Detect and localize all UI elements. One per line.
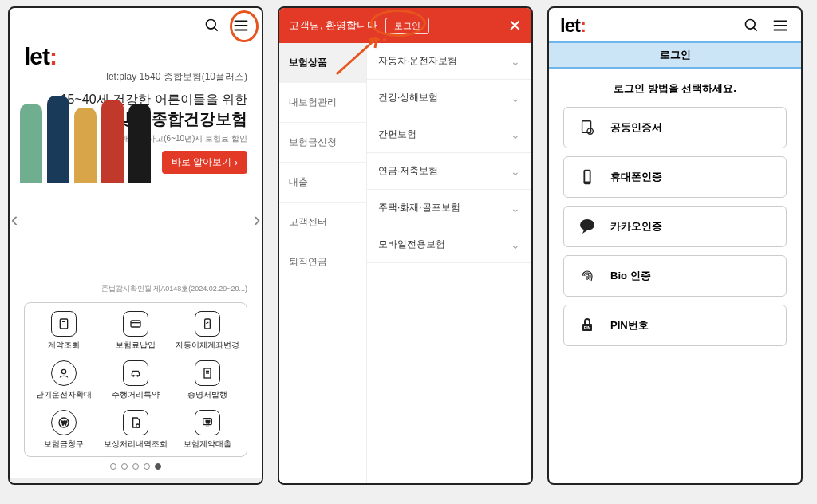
quick-item-claim[interactable]: ₩보험금청구 xyxy=(28,410,100,450)
menu-row-mobile[interactable]: 모바일전용보험⌄ xyxy=(367,226,531,263)
dot[interactable] xyxy=(110,463,116,470)
dot-active[interactable] xyxy=(155,463,161,470)
menu-list: 자동차·운전자보험⌄ 건강·상해보험⌄ 간편보험⌄ 연금·저축보험⌄ 주택·화재… xyxy=(367,43,531,483)
svg-line-1 xyxy=(215,28,218,31)
svg-point-0 xyxy=(207,20,216,30)
quick-label: 자동이체계좌변경 xyxy=(176,340,239,351)
quick-label: 보험계약대출 xyxy=(184,439,231,450)
carousel-prev-button[interactable]: ‹ xyxy=(8,207,21,231)
login-header: let: xyxy=(549,8,801,37)
svg-rect-9 xyxy=(205,319,211,329)
document-icon xyxy=(51,311,77,337)
login-method-bio[interactable]: Bio 인증 xyxy=(563,255,787,297)
chevron-down-icon: ⌄ xyxy=(511,92,520,104)
dot[interactable] xyxy=(144,463,150,470)
quick-item-autodebit[interactable]: 자동이체계좌변경 xyxy=(172,311,243,351)
sidebar-item-claim[interactable]: 보험금신청 xyxy=(279,123,366,163)
quick-item-mileage[interactable]: 주행거리특약 xyxy=(100,360,172,400)
receipt-icon xyxy=(195,360,220,386)
card-icon xyxy=(123,311,148,337)
sidebar-item-pension[interactable]: 퇴직연금 xyxy=(279,242,366,282)
quick-label: 주행거리특약 xyxy=(112,389,160,400)
file-plus-icon xyxy=(123,410,148,435)
chevron-down-icon: ⌄ xyxy=(511,128,520,141)
monitor-won-icon: ₩ xyxy=(195,410,220,435)
quick-label: 보험료납입 xyxy=(116,340,156,351)
chevron-down-icon: ⌄ xyxy=(511,238,520,251)
brand-colon: : xyxy=(49,43,57,69)
brand-colon: : xyxy=(580,14,586,36)
menu-row-home[interactable]: 주택·화재·골프보험⌄ xyxy=(367,190,531,226)
svg-point-18 xyxy=(136,424,140,427)
chevron-down-icon: ⌄ xyxy=(511,165,520,178)
svg-rect-27 xyxy=(582,121,591,133)
hero-cta-label: 바로 알아보기 xyxy=(172,156,231,169)
quick-item-cert[interactable]: 증명서발행 xyxy=(172,360,243,400)
svg-point-12 xyxy=(137,376,138,376)
quick-menu-grid: 계약조회 보험료납입 자동이체계좌변경 단기운전자확대 주행거리특약 증명서발행… xyxy=(24,302,247,457)
svg-text:₩: ₩ xyxy=(61,420,67,426)
login-method-list: 공동인증서 휴대폰인증 카카오인증 Bio 인증 PIN PIN번호 xyxy=(549,107,801,346)
svg-point-28 xyxy=(587,128,593,134)
menu-row-label: 간편보험 xyxy=(378,128,416,141)
dot[interactable] xyxy=(132,463,139,470)
quick-label: 계약조회 xyxy=(48,340,80,351)
svg-rect-30 xyxy=(585,171,590,182)
menu-sidebar: 보험상품 내보험관리 보험금신청 대출 고객센터 퇴직연금 xyxy=(279,43,367,483)
sidebar-item-cs[interactable]: 고객센터 xyxy=(279,203,366,242)
menu-row-health[interactable]: 건강·상해보험⌄ xyxy=(367,80,531,116)
car-icon xyxy=(123,360,148,386)
hero-cta-button[interactable]: 바로 알아보기 › xyxy=(162,151,247,174)
dot[interactable] xyxy=(121,463,128,470)
sidebar-item-myinsurance[interactable]: 내보험관리 xyxy=(279,83,366,123)
quick-item-contract[interactable]: 계약조회 xyxy=(28,311,100,351)
svg-point-11 xyxy=(133,376,134,376)
chat-bubble-icon xyxy=(577,216,598,237)
menu-row-label: 건강·상해보험 xyxy=(378,91,438,104)
search-icon[interactable] xyxy=(742,16,761,35)
login-method-kakao[interactable]: 카카오인증 xyxy=(563,206,787,247)
quick-label: 보험금청구 xyxy=(44,439,84,450)
quick-item-loan[interactable]: ₩보험계약대출 xyxy=(172,410,243,450)
menu-row-label: 모바일전용보험 xyxy=(378,238,445,251)
svg-text:₩: ₩ xyxy=(206,419,210,424)
svg-point-31 xyxy=(580,219,594,230)
login-method-label: Bio 인증 xyxy=(610,269,651,283)
won-icon: ₩ xyxy=(51,410,77,435)
svg-text:PIN: PIN xyxy=(584,325,591,330)
login-method-cert[interactable]: 공동인증서 xyxy=(563,107,787,148)
hamburger-menu-icon[interactable] xyxy=(771,16,790,35)
menu-row-simple[interactable]: 간편보험⌄ xyxy=(367,116,531,153)
hero-banner: 15~40세 건강한 어른이들을 위한 맞춤 종합건강보험 매년 무사고(6~1… xyxy=(10,89,262,180)
login-method-phone[interactable]: 휴대폰인증 xyxy=(563,156,787,198)
annotation-dots xyxy=(370,38,386,41)
screen-login: let: 로그인 로그인 방법을 선택하세요. 공동인증서 휴대폰인증 카카오인… xyxy=(547,6,803,485)
fingerprint-icon xyxy=(577,266,598,286)
hamburger-menu-icon[interactable] xyxy=(231,16,251,35)
brand-logo: let: xyxy=(10,38,262,70)
close-icon[interactable]: ✕ xyxy=(508,16,522,35)
search-icon[interactable] xyxy=(203,16,222,35)
sidebar-item-loan[interactable]: 대출 xyxy=(279,163,366,203)
quick-item-driver[interactable]: 단기운전자확대 xyxy=(28,360,100,400)
brand-logo: let: xyxy=(560,14,586,37)
menu-row-savings[interactable]: 연금·저축보험⌄ xyxy=(367,153,531,190)
certificate-icon xyxy=(577,117,598,138)
promo-strip[interactable]: 롯데손해보험 공식상품몰(TM) 롯데가 추천하는 다양한 보험, xyxy=(10,478,262,485)
menu-row-label: 자동차·운전자보험 xyxy=(378,54,457,68)
menu-row-label: 주택·화재·골프보험 xyxy=(378,201,460,215)
menu-row-label: 연금·저축보험 xyxy=(378,164,438,178)
quick-item-claimhistory[interactable]: 보상처리내역조회 xyxy=(100,410,172,450)
quick-item-payment[interactable]: 보험료납입 xyxy=(100,311,172,351)
menu-row-auto[interactable]: 자동차·운전자보험⌄ xyxy=(367,43,531,80)
phone-sync-icon xyxy=(195,311,220,337)
login-method-pin[interactable]: PIN PIN번호 xyxy=(563,305,787,346)
sidebar-item-products[interactable]: 보험상품 xyxy=(279,43,366,83)
login-button[interactable]: 로그인 xyxy=(385,18,429,34)
login-method-label: 공동인증서 xyxy=(610,120,662,135)
svg-line-23 xyxy=(754,28,757,31)
compliance-fineprint: 준법감시확인필 제A0148호(2024.02.29~20...) xyxy=(10,284,262,297)
login-method-label: 휴대폰인증 xyxy=(610,170,662,184)
carousel-next-button[interactable]: › xyxy=(251,207,263,231)
quick-label: 단기운전자확대 xyxy=(36,389,92,400)
